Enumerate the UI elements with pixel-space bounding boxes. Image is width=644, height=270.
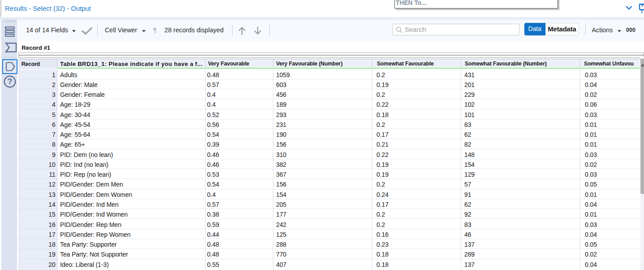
svg-text:?: ? bbox=[8, 77, 13, 86]
